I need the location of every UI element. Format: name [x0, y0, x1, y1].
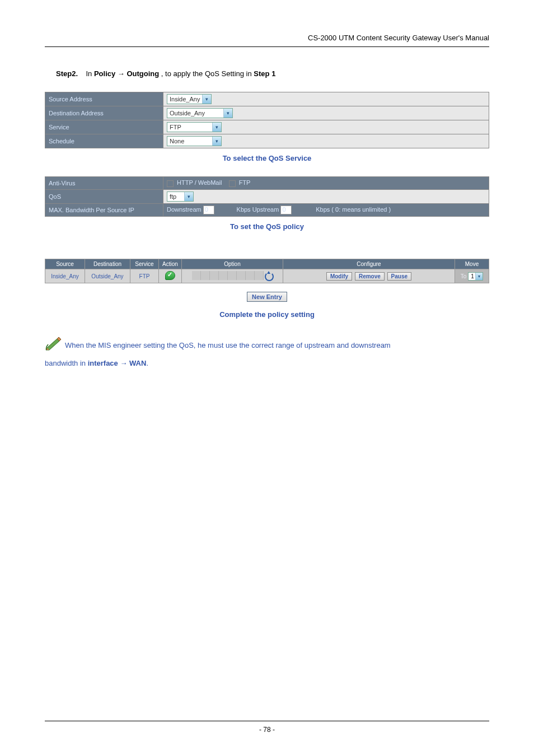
pause-button[interactable]: Pause [387, 272, 411, 281]
destination-address-value: Outside_Any [167, 110, 223, 116]
option-bar [192, 271, 273, 280]
note-text-1: When the MIS engineer setting the QoS, h… [65, 341, 391, 349]
downstream-label: Downstream [167, 206, 202, 213]
page-header: CS-2000 UTM Content Security Gateway Use… [45, 34, 489, 47]
option-seg [246, 271, 255, 280]
row-source[interactable]: Inside_Any [51, 273, 78, 279]
upstream-input[interactable]: 0 [280, 206, 292, 214]
move-to-label: To [461, 273, 467, 279]
row-configure-cell: Modify Remove Pause [283, 269, 455, 283]
chevron-down-icon: ▾ [212, 137, 221, 146]
qos-value: ftp [167, 193, 184, 200]
remove-button[interactable]: Remove [355, 272, 385, 281]
step-outgoing: Outgoing [125, 69, 161, 78]
service-select[interactable]: FTP ▾ [167, 122, 222, 132]
option-seg [237, 271, 246, 280]
antivirus-label: Anti-Virus [45, 177, 163, 189]
col-service: Service [130, 259, 158, 269]
option-seg [219, 271, 228, 280]
note-text-2-pre: bandwidth in [45, 359, 88, 367]
upstream-label: Kbps Upstream [237, 206, 279, 213]
step-ref: Step 1 [254, 69, 275, 78]
caption-select-qos: To select the QoS Service [45, 154, 489, 162]
ftp-checkbox[interactable] [229, 180, 236, 187]
schedule-value: None [167, 138, 212, 144]
qos-label: QoS [45, 190, 163, 203]
source-address-value: Inside_Any [167, 96, 202, 102]
caption-set-qos: To set the QoS policy [45, 222, 489, 231]
row-service[interactable]: FTP [139, 273, 150, 279]
option-seg [210, 271, 219, 280]
service-label: Service [45, 120, 163, 134]
col-move: Move [455, 259, 489, 269]
service-cell: FTP ▾ [163, 120, 489, 134]
col-configure: Configure [283, 259, 455, 269]
schedule-cell: None ▾ [163, 134, 489, 148]
chevron-down-icon: ▾ [184, 192, 193, 201]
qos-policy-form: Anti-Virus HTTP / WebMail FTP QoS ftp ▾ … [45, 176, 489, 217]
arrow-icon: → [118, 69, 125, 78]
option-seg [201, 271, 210, 280]
step-policy: Policy [94, 69, 118, 78]
pencil-note-icon [45, 335, 63, 356]
move-value: 1 [469, 273, 475, 279]
chevron-down-icon: ▾ [223, 109, 232, 118]
max-bandwidth-label: MAX. Bandwidth Per Source IP [45, 204, 163, 216]
bandwidth-note: Kbps ( 0: means unlimited ) [316, 206, 391, 213]
max-bandwidth-row: Downstream 0 Kbps Upstream 0 Kbps ( 0: m… [163, 204, 489, 216]
note-text-2-bold: interface → WAN [88, 359, 147, 367]
note-block: When the MIS engineer setting the QoS, h… [45, 335, 489, 371]
destination-address-cell: Outside_Any ▾ [163, 106, 489, 120]
source-address-label: Source Address [45, 92, 163, 106]
option-seg [192, 271, 201, 280]
destination-address-select[interactable]: Outside_Any ▾ [167, 108, 233, 118]
row-option-cell [182, 269, 283, 283]
move-select[interactable]: 1 ▾ [468, 272, 483, 281]
http-webmail-label: HTTP / WebMail [177, 179, 222, 186]
policy-summary-table: Source Destination Service Action Option… [45, 259, 489, 283]
destination-address-label: Destination Address [45, 106, 163, 120]
qos-select[interactable]: ftp ▾ [167, 192, 194, 202]
row-move-cell: To 1 ▾ [455, 269, 489, 283]
note-text-2-post: . [146, 359, 148, 367]
page-footer: - 78 - [45, 721, 489, 734]
col-source: Source [45, 259, 85, 269]
schedule-label: Schedule [45, 134, 163, 148]
source-address-cell: Inside_Any ▾ [163, 92, 489, 106]
col-action: Action [159, 259, 181, 269]
ftp-label: FTP [239, 179, 251, 186]
chevron-down-icon: ▾ [202, 95, 211, 104]
qos-service-form: Source Address Inside_Any ▾ Destination … [45, 92, 489, 148]
service-value: FTP [167, 124, 212, 130]
qos-option-icon [264, 271, 273, 280]
source-address-select[interactable]: Inside_Any ▾ [167, 94, 212, 104]
page-number: - 78 - [259, 726, 275, 734]
permit-icon [165, 271, 175, 280]
step-text-pre: In [86, 69, 93, 78]
table-row: Inside_Any Outside_Any FTP Modify [45, 269, 489, 283]
step-instruction: Step2. In Policy → Outgoing , to apply t… [45, 69, 489, 78]
option-seg [264, 271, 273, 280]
http-webmail-checkbox[interactable] [167, 180, 174, 187]
step-text-mid: , to apply the QoS Setting in [161, 69, 254, 78]
caption-complete: Complete the policy setting [45, 310, 489, 319]
downstream-input[interactable]: 0 [203, 206, 214, 214]
qos-cell: ftp ▾ [163, 190, 489, 203]
option-seg [255, 271, 264, 280]
chevron-down-icon: ▾ [475, 273, 483, 280]
new-entry-button[interactable]: New Entry [247, 292, 287, 302]
modify-button[interactable]: Modify [326, 272, 352, 281]
row-destination[interactable]: Outside_Any [91, 273, 123, 279]
col-option: Option [182, 259, 283, 269]
col-destination: Destination [85, 259, 130, 269]
schedule-select[interactable]: None ▾ [167, 136, 222, 146]
step-label: Step2. [56, 69, 78, 78]
row-action-cell [159, 269, 181, 283]
chevron-down-icon: ▾ [212, 123, 221, 132]
antivirus-options: HTTP / WebMail FTP [163, 177, 489, 189]
option-seg [228, 271, 237, 280]
